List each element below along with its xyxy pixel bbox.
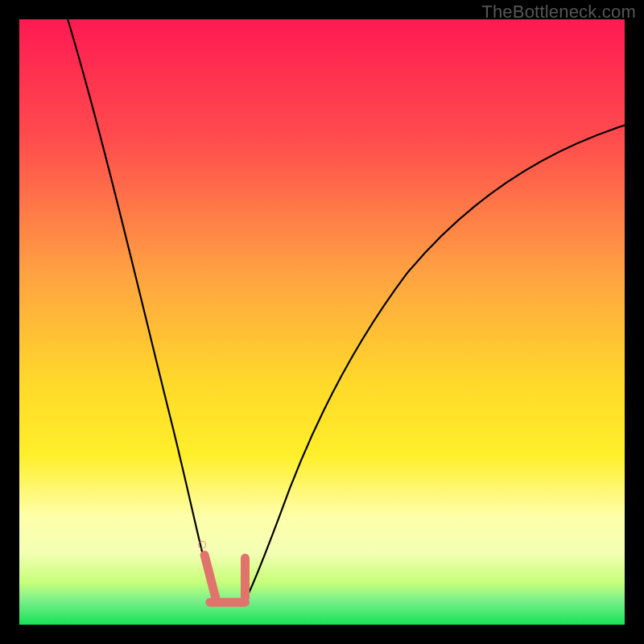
chart-frame: TheBottleneck.com — [0, 0, 644, 644]
curve-left-branch — [68, 19, 219, 604]
plot-area — [19, 19, 625, 625]
trough-marker-group — [202, 544, 246, 602]
curve-right-branch — [243, 126, 625, 604]
watermark-text: TheBottleneck.com — [481, 2, 636, 23]
bottleneck-curve — [19, 19, 625, 625]
trough-marker-left-dot — [202, 544, 203, 545]
trough-marker-left — [204, 555, 216, 598]
